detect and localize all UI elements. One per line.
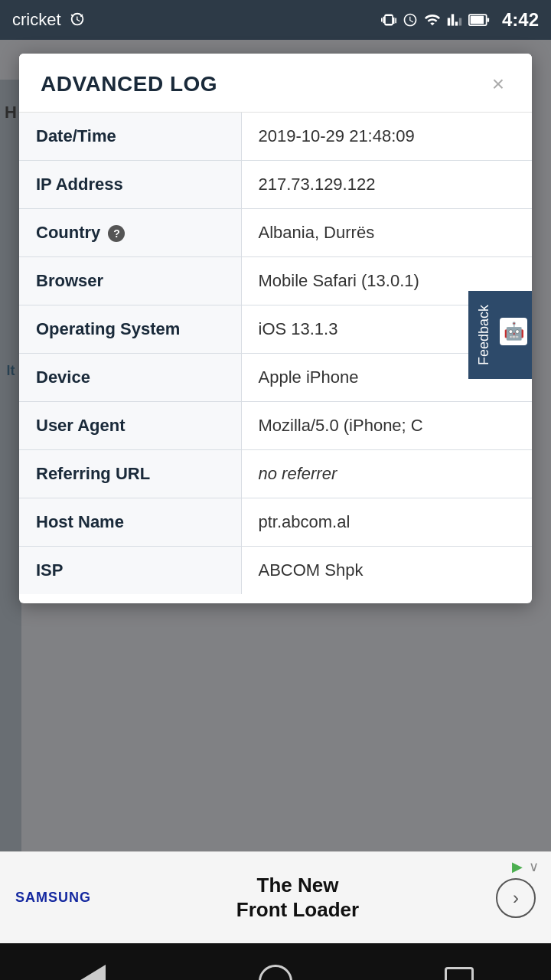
row-value: no referrer (241, 450, 532, 498)
info-table: Date/Time2019-10-29 21:48:09IP Address21… (19, 113, 532, 594)
table-row: IP Address217.73.129.122 (19, 161, 532, 209)
signal-icon (447, 12, 462, 28)
advanced-log-modal: ADVANCED LOG × Date/Time2019-10-29 21:48… (19, 54, 532, 603)
battery-icon (468, 11, 490, 28)
table-row: DeviceApple iPhone (19, 354, 532, 402)
ad-banner: ▶ ∨ SAMSUNG The New Front Loader › (0, 851, 551, 943)
row-label: Device (19, 354, 241, 402)
modal-overlay: ADVANCED LOG × Date/Time2019-10-29 21:48… (0, 40, 551, 980)
recents-button[interactable] (436, 959, 482, 980)
modal-header: ADVANCED LOG × (19, 54, 532, 113)
ad-arrow-button[interactable]: › (496, 878, 536, 918)
row-label: Host Name (19, 498, 241, 547)
back-button[interactable] (69, 959, 115, 980)
row-label: ISP (19, 547, 241, 595)
row-value: 217.73.129.122 (241, 161, 532, 209)
ad-text: The New Front Loader (115, 874, 481, 921)
table-row: Date/Time2019-10-29 21:48:09 (19, 113, 532, 161)
recents-icon (445, 967, 474, 980)
feedback-label: Feedback (476, 305, 492, 365)
svg-rect-2 (487, 18, 489, 21)
ad-brand: SAMSUNG (15, 890, 99, 906)
table-row: Operating SystemiOS 13.1.3 (19, 305, 532, 354)
back-icon (78, 965, 106, 980)
row-label: Referring URL (19, 450, 241, 498)
modal-title: ADVANCED LOG (41, 72, 217, 96)
row-label: IP Address (19, 161, 241, 209)
row-label: Date/Time (19, 113, 241, 161)
row-value: 2019-10-29 21:48:09 (241, 113, 532, 161)
table-row: BrowserMobile Safari (13.0.1) (19, 257, 532, 305)
vibrate-icon (381, 12, 396, 28)
clock-icon (403, 12, 418, 28)
status-bar: cricket 4:42 (0, 0, 551, 40)
row-label: Country ? (19, 209, 241, 257)
table-row: Host Nameptr.abcom.al (19, 498, 532, 547)
home-button[interactable] (253, 959, 298, 980)
table-row: Country ?Albania, Durrës (19, 209, 532, 257)
ad-play-icon[interactable]: ▶ (512, 858, 523, 875)
row-label: Browser (19, 257, 241, 305)
row-label: User Agent (19, 402, 241, 450)
home-icon (259, 965, 292, 980)
alarm-icon (69, 11, 86, 28)
row-value: ABCOM Shpk (241, 547, 532, 595)
row-value: ptr.abcom.al (241, 498, 532, 547)
table-row: User AgentMozilla/5.0 (iPhone; C (19, 402, 532, 450)
carrier-info: cricket (12, 10, 86, 30)
carrier-name: cricket (12, 10, 61, 30)
navigation-bar (0, 943, 551, 980)
ad-close-icon[interactable]: ∨ (529, 858, 539, 875)
help-icon[interactable]: ? (108, 225, 125, 242)
row-value: Albania, Durrës (241, 209, 532, 257)
table-row: Referring URLno referrer (19, 450, 532, 498)
svg-rect-1 (471, 16, 484, 24)
feedback-button[interactable]: Feedback 🤖 (468, 291, 532, 379)
modal-body: Date/Time2019-10-29 21:48:09IP Address21… (19, 113, 532, 603)
row-label: Operating System (19, 305, 241, 354)
modal-close-button[interactable]: × (486, 70, 510, 98)
page-background: H lt ADVANCED LOG × Date/Time2019-10-29 … (0, 40, 551, 980)
status-time: 4:42 (502, 9, 539, 31)
status-icons: 4:42 (381, 9, 539, 31)
ad-controls: ▶ ∨ (512, 858, 539, 875)
table-row: ISPABCOM Shpk (19, 547, 532, 595)
wifi-icon (424, 11, 441, 28)
feedback-robot-icon: 🤖 (500, 318, 527, 346)
row-value: Mozilla/5.0 (iPhone; C (241, 402, 532, 450)
